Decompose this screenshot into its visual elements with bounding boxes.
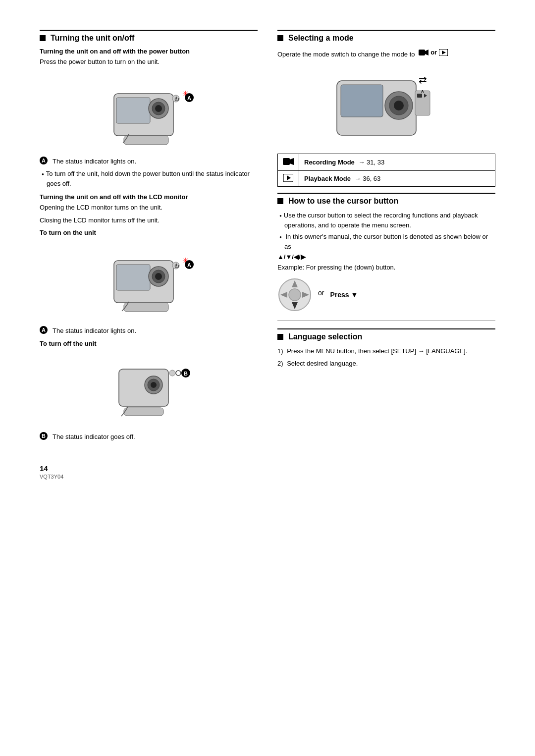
cursor-example-text: Example: For pressing the (down) button.	[277, 263, 495, 272]
camera-svg-mode: ⇄ A	[327, 66, 446, 145]
section-language: Language selection 1) Press the MENU but…	[277, 328, 495, 369]
cursor-symbols: ▲/▼/◀/▶	[277, 253, 495, 261]
indicator-A1-row: A The status indicator lights on.	[40, 157, 258, 166]
section-title-language: Language selection	[277, 328, 495, 341]
svg-text:A: A	[421, 89, 424, 94]
svg-rect-36	[341, 85, 383, 117]
mode-table-row1: Recording Mode → 31, 33	[278, 154, 495, 171]
mode-table: Recording Mode → 31, 33 Playback Mode → …	[277, 154, 495, 187]
playback-icon-table	[283, 174, 293, 182]
right-column: Selecting a mode Operate the mode switch…	[277, 30, 495, 444]
indicator-A2-row: A The status indicator lights on.	[40, 326, 258, 336]
svg-rect-30	[124, 408, 163, 416]
page-number: 14	[40, 464, 495, 473]
svg-text:A: A	[187, 95, 191, 101]
recording-icon	[283, 157, 294, 166]
playback-mode-cell-icon	[278, 171, 299, 187]
section-bullet-language-icon	[277, 334, 283, 340]
section-title-mode: Selecting a mode	[277, 30, 495, 43]
svg-text:⇄: ⇄	[419, 74, 427, 85]
svg-text:⏻: ⏻	[174, 264, 179, 269]
svg-marker-48	[287, 175, 291, 180]
svg-point-39	[394, 101, 404, 110]
label-B: B	[40, 432, 48, 440]
to-turn-off-label: To turn off the unit	[40, 340, 258, 347]
camera-svg-2: ⏻ ✳ A	[99, 243, 198, 318]
svg-rect-10	[124, 136, 168, 145]
svg-rect-1	[116, 98, 150, 123]
svg-text:A: A	[187, 262, 191, 268]
svg-point-26	[169, 370, 175, 376]
svg-point-25	[151, 382, 157, 388]
camera-svg-1: ⏻ ✳ A	[99, 74, 198, 148]
page-footer: 14 VQT3Y04	[40, 464, 495, 480]
section-title-language-text: Language selection	[288, 332, 362, 341]
svg-text:⏻: ⏻	[174, 97, 179, 102]
model-number: VQT3Y04	[40, 474, 495, 480]
lcd-body2: Closing the LCD monitor turns off the un…	[40, 216, 258, 225]
indicator-B-text: The status indicator goes off.	[53, 432, 135, 442]
svg-marker-46	[290, 158, 294, 165]
mode-table-row2: Playback Mode → 36, 63	[278, 171, 495, 187]
camera-figure-2: ⏻ ✳ A	[40, 243, 258, 319]
svg-marker-34	[442, 51, 446, 54]
press-down-text: Press ▼	[330, 291, 358, 299]
section-title-cursor: How to use the cursor button	[277, 193, 495, 206]
indicator-A1-text: The status indicator lights on.	[53, 157, 136, 166]
to-turn-on-label: To turn on the unit	[40, 229, 258, 236]
section-title-onoff: Turning the unit on/off	[40, 30, 258, 43]
power-button-body: Press the power button to turn on the un…	[40, 57, 258, 67]
section-bullet-mode-icon	[277, 35, 283, 41]
svg-point-4	[155, 105, 162, 112]
svg-rect-12	[116, 265, 150, 290]
mode-body: Operate the mode switch to change the mo…	[277, 48, 495, 59]
recording-mode-cell-icon	[278, 154, 299, 171]
left-column: Turning the unit on/off Turning the unit…	[40, 30, 258, 444]
cursor-or-text: or	[318, 288, 324, 298]
power-off-bullet: To turn off the unit, hold down the powe…	[40, 169, 258, 188]
section-title-mode-text: Selecting a mode	[288, 34, 354, 43]
section-cursor-button: How to use the cursor button Use the cur…	[277, 193, 495, 312]
section-divider	[277, 320, 495, 321]
language-item2: 2) Select desired language.	[277, 359, 495, 369]
lcd-body1: Opening the LCD monitor turns on the uni…	[40, 203, 258, 213]
subsection-lcd-heading: Turning the unit on and off with the LCD…	[40, 193, 258, 201]
svg-point-50	[289, 289, 301, 301]
svg-text:B: B	[184, 371, 188, 377]
section-title-cursor-text: How to use the cursor button	[288, 197, 398, 206]
page-content: Turning the unit on/off Turning the unit…	[40, 30, 495, 444]
subsection-power-button: Turning the unit on and off with the pow…	[40, 48, 258, 188]
label-A1: A	[40, 157, 48, 164]
recording-mode-cell-text: Recording Mode → 31, 33	[299, 154, 495, 171]
cursor-bullet1: Use the cursor button to select the reco…	[277, 211, 495, 230]
svg-marker-32	[425, 50, 428, 55]
camera-figure-3: B	[40, 354, 258, 425]
cursor-bullet2: In this owner's manual, the cursor butto…	[277, 232, 495, 251]
svg-rect-21	[124, 303, 168, 312]
svg-rect-31	[419, 50, 425, 55]
section-turning-onoff: Turning the unit on/off Turning the unit…	[40, 30, 258, 441]
svg-point-27	[176, 371, 181, 376]
camera-figure-1: ⏻ ✳ A	[40, 74, 258, 150]
svg-point-15	[155, 273, 162, 280]
subsection-lcd-monitor: Turning the unit on and off with the LCD…	[40, 193, 258, 441]
indicator-B-row: B The status indicator goes off.	[40, 432, 258, 442]
cursor-button-svg	[277, 277, 312, 312]
svg-rect-42	[417, 94, 422, 98]
language-item1: 1) Press the MENU button, then select [S…	[277, 346, 495, 356]
section-bullet-cursor-icon	[277, 198, 283, 204]
label-A2: A	[40, 326, 48, 334]
section-bullet-icon	[40, 35, 46, 41]
section-title-text: Turning the unit on/off	[51, 34, 134, 43]
section-selecting-mode: Selecting a mode Operate the mode switch…	[277, 30, 495, 187]
svg-rect-45	[283, 158, 290, 165]
subsection-power-heading: Turning the unit on and off with the pow…	[40, 48, 258, 55]
camera-figure-mode: ⇄ A	[277, 66, 495, 147]
camera-svg-3: B	[99, 354, 198, 424]
playback-mode-icon	[439, 49, 448, 56]
playback-mode-cell-text: Playback Mode → 36, 63	[299, 171, 495, 187]
indicator-A2-text: The status indicator lights on.	[53, 326, 136, 336]
video-mode-icon	[419, 49, 428, 56]
cursor-example-figure: or Press ▼	[277, 277, 495, 312]
